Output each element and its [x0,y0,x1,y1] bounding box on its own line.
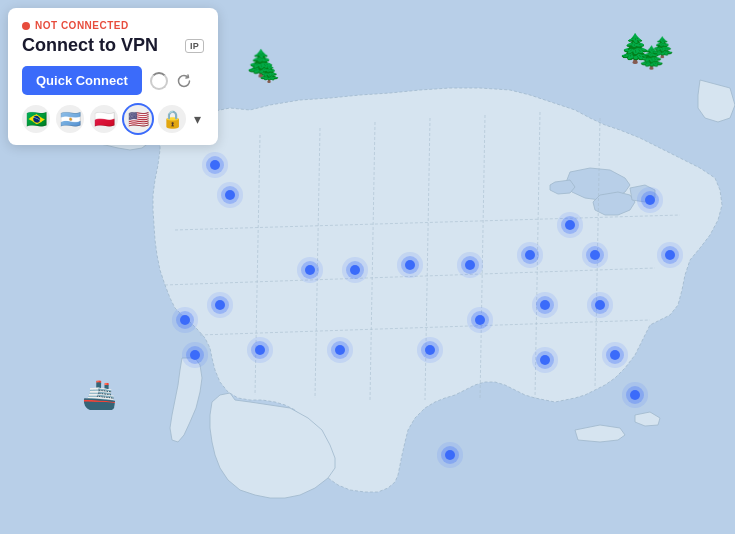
map-pin[interactable] [540,300,550,310]
status-row: NOT CONNECTED [22,20,204,31]
chevron-button[interactable]: ▾ [192,109,203,129]
map-pin[interactable] [610,350,620,360]
map-pin[interactable] [595,300,605,310]
map-pin[interactable] [255,345,265,355]
ip-badge: IP [185,39,204,53]
map-pin[interactable] [465,260,475,270]
map-pin[interactable] [475,315,485,325]
map-pin[interactable] [525,250,535,260]
flag-argentina[interactable]: 🇦🇷 [56,105,84,133]
map-pin[interactable] [335,345,345,355]
refresh-icon[interactable] [176,73,192,89]
map-pin[interactable] [215,300,225,310]
boat-icon: 🚢 [82,378,117,411]
map-pin[interactable] [645,195,655,205]
map-pin[interactable] [590,250,600,260]
status-text: NOT CONNECTED [35,20,129,31]
map-pin[interactable] [565,220,575,230]
map-pin[interactable] [305,265,315,275]
flag-poland[interactable]: 🇵🇱 [90,105,118,133]
vpn-panel: NOT CONNECTED Connect to VPN IP Quick Co… [8,8,218,145]
map-pin[interactable] [350,265,360,275]
flag-generic[interactable]: 🔒 [158,105,186,133]
flag-usa[interactable]: 🇺🇸 [124,105,152,133]
map-pin[interactable] [425,345,435,355]
map-pin[interactable] [630,390,640,400]
tree-icon-5: 🌲 [650,35,675,59]
flag-brazil[interactable]: 🇧🇷 [22,105,50,133]
flags-row: 🇧🇷 🇦🇷 🇵🇱 🇺🇸 🔒 ▾ [22,105,204,133]
title-row: Connect to VPN IP [22,35,204,56]
map-pin[interactable] [225,190,235,200]
tree-icon-2: 🌲 [258,62,280,84]
connect-title: Connect to VPN [22,35,158,56]
map-pin[interactable] [540,355,550,365]
map-pin[interactable] [210,160,220,170]
map-pin[interactable] [190,350,200,360]
map-pin[interactable] [405,260,415,270]
map-pin[interactable] [445,450,455,460]
quick-connect-row: Quick Connect [22,66,204,95]
map-pin[interactable] [180,315,190,325]
map-pin[interactable] [665,250,675,260]
quick-connect-button[interactable]: Quick Connect [22,66,142,95]
status-dot [22,22,30,30]
spinner-icon [150,72,168,90]
